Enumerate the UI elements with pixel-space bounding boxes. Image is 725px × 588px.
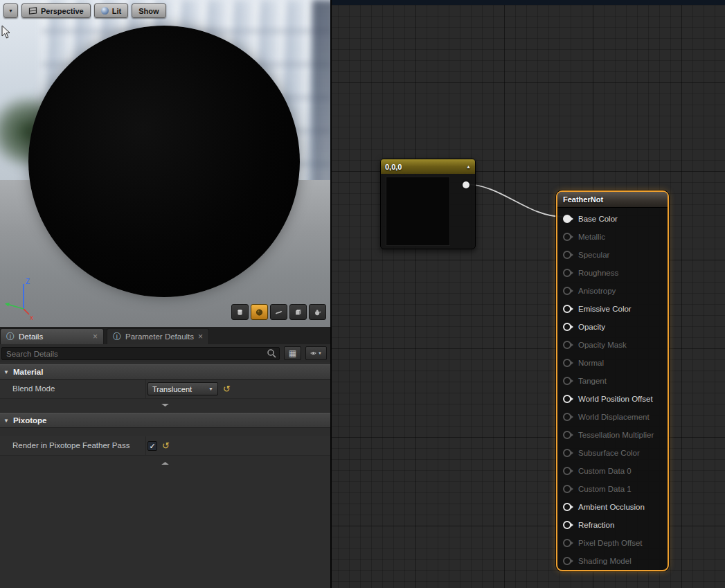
section-expanded-icon: ▼ <box>3 418 9 424</box>
material-result-node-header[interactable]: FeatherNot <box>557 192 668 208</box>
pin-row-opacity-mask[interactable]: Opacity Mask <box>557 336 668 354</box>
collapse-icon[interactable]: ▲ <box>466 164 471 169</box>
pin-icon[interactable] <box>563 287 571 295</box>
perspective-button[interactable]: Perspective <box>21 3 91 18</box>
pin-icon[interactable] <box>563 431 571 439</box>
perspective-icon <box>28 7 37 15</box>
close-icon[interactable]: × <box>198 332 203 341</box>
constant-color-preview <box>386 177 450 246</box>
pin-row-metallic[interactable]: Metallic <box>557 228 668 246</box>
pin-row-normal[interactable]: Normal <box>557 354 668 372</box>
material-graph-canvas[interactable]: 0,0,0 ▲ FeatherNot Base ColorMetallicSpe… <box>332 0 725 588</box>
property-matrix-button[interactable]: ▦ <box>284 346 301 360</box>
preview-shape-plane-button[interactable] <box>270 304 287 320</box>
pin-icon[interactable] <box>563 359 571 367</box>
feather-pass-checkbox[interactable]: ✓ <box>147 441 157 451</box>
pin-row-opacity[interactable]: Opacity <box>557 318 668 336</box>
pin-row-subsurface-color[interactable]: Subsurface Color <box>557 444 668 462</box>
tab-details-label: Details <box>19 332 89 341</box>
lit-mode-icon <box>101 7 109 15</box>
pin-label: Metallic <box>578 233 605 241</box>
chevron-down-icon: ▼ <box>208 386 213 391</box>
pin-row-base-color[interactable]: Base Color <box>557 210 668 228</box>
pin-label: Subsurface Color <box>578 449 640 457</box>
view-options-button[interactable]: ▼ <box>305 346 327 360</box>
pin-row-ambient-occlusion[interactable]: Ambient Occlusion <box>557 498 668 516</box>
pin-row-anisotropy[interactable]: Anisotropy <box>557 282 668 300</box>
advanced-expander-up[interactable]: ▲ <box>0 458 330 467</box>
axis-gizmo: Z x <box>3 273 48 321</box>
pin-row-shading-model[interactable]: Shading Model <box>557 552 668 570</box>
pin-row-specular[interactable]: Specular <box>557 246 668 264</box>
pin-row-emissive-color[interactable]: Emissive Color <box>557 300 668 318</box>
reset-to-default-icon[interactable]: ↺ <box>162 441 170 450</box>
blend-mode-row: Blend Mode Translucent ▼ ↺ <box>0 380 330 399</box>
reset-to-default-icon[interactable]: ↺ <box>223 384 231 393</box>
pin-row-custom-data-1[interactable]: Custom Data 1 <box>557 480 668 498</box>
pin-row-pixel-depth-offset[interactable]: Pixel Depth Offset <box>557 534 668 552</box>
material-result-node[interactable]: FeatherNot Base ColorMetallicSpecularRou… <box>556 190 669 571</box>
pin-icon[interactable] <box>563 413 571 421</box>
constant-color-node[interactable]: 0,0,0 ▲ <box>380 159 476 249</box>
pin-icon[interactable] <box>563 395 571 403</box>
search-icon <box>267 348 277 359</box>
blend-mode-label: Blend Mode <box>12 384 55 393</box>
pin-icon[interactable] <box>563 467 571 475</box>
pin-icon[interactable] <box>563 323 571 331</box>
blend-mode-dropdown[interactable]: Translucent ▼ <box>147 382 218 395</box>
teapot-icon <box>314 307 321 318</box>
section-header-material[interactable]: ▼ Material <box>0 364 330 380</box>
pin-label: Refraction <box>578 521 614 529</box>
close-icon[interactable]: × <box>93 332 98 341</box>
perspective-button-label: Perspective <box>41 7 84 15</box>
constant-node-title: 0,0,0 <box>385 163 402 171</box>
pin-icon[interactable] <box>563 449 571 457</box>
material-result-node-title: FeatherNot <box>563 195 603 204</box>
pin-icon[interactable] <box>563 233 571 241</box>
tab-parameter-defaults[interactable]: ⓘ Parameter Defaults × <box>107 328 209 344</box>
pin-label: Normal <box>578 359 604 367</box>
pin-row-world-position-offset[interactable]: World Position Offset <box>557 390 668 408</box>
pin-icon[interactable] <box>563 503 571 511</box>
section-header-pixotope[interactable]: ▼ Pixotope <box>0 413 330 428</box>
pin-icon[interactable] <box>563 539 571 547</box>
show-button[interactable]: Show <box>132 3 165 18</box>
advanced-expander-down[interactable]: ▼ <box>0 400 330 409</box>
constant-output-pin[interactable] <box>463 181 469 188</box>
details-search-row: ▦ ▼ <box>0 344 330 362</box>
pin-label: Tangent <box>578 377 607 385</box>
pin-icon[interactable] <box>563 215 571 223</box>
pin-icon[interactable] <box>563 305 571 313</box>
preview-shape-buttons <box>231 304 326 320</box>
preview-shape-sphere-button[interactable] <box>251 304 268 320</box>
pin-icon[interactable] <box>563 341 571 349</box>
material-preview-viewport[interactable]: ▼ Perspective Lit Show Z <box>0 0 330 327</box>
pin-icon[interactable] <box>563 251 571 259</box>
pin-row-tessellation-multiplier[interactable]: Tessellation Multiplier <box>557 426 668 444</box>
preview-shape-cube-button[interactable] <box>289 304 307 320</box>
pin-row-custom-data-0[interactable]: Custom Data 0 <box>557 462 668 480</box>
pin-icon[interactable] <box>563 557 571 565</box>
pin-icon[interactable] <box>563 269 571 277</box>
pin-row-refraction[interactable]: Refraction <box>557 516 668 534</box>
constant-node-header[interactable]: 0,0,0 ▲ <box>381 159 475 174</box>
search-details-input[interactable] <box>1 347 280 360</box>
chevron-down-icon: ▼ <box>8 8 13 13</box>
lit-button[interactable]: Lit <box>94 3 128 18</box>
mouse-cursor <box>1 25 11 39</box>
pin-row-world-displacement[interactable]: World Displacement <box>557 408 668 426</box>
pin-icon[interactable] <box>563 521 571 529</box>
preview-sphere-mesh[interactable] <box>28 26 300 297</box>
viewport-options-button[interactable]: ▼ <box>3 3 18 18</box>
pin-icon[interactable] <box>563 485 571 493</box>
pin-icon[interactable] <box>563 377 571 385</box>
pin-row-tangent[interactable]: Tangent <box>557 372 668 390</box>
cube-icon <box>294 307 302 318</box>
tab-details[interactable]: ⓘ Details × <box>0 328 104 344</box>
preview-shape-cylinder-button[interactable] <box>231 304 249 320</box>
preview-shape-teapot-button[interactable] <box>309 304 326 320</box>
pin-label: Tessellation Multiplier <box>578 431 654 439</box>
pin-row-roughness[interactable]: Roughness <box>557 264 668 282</box>
tab-parameter-defaults-label: Parameter Defaults <box>125 332 194 341</box>
sphere-icon <box>256 307 263 318</box>
